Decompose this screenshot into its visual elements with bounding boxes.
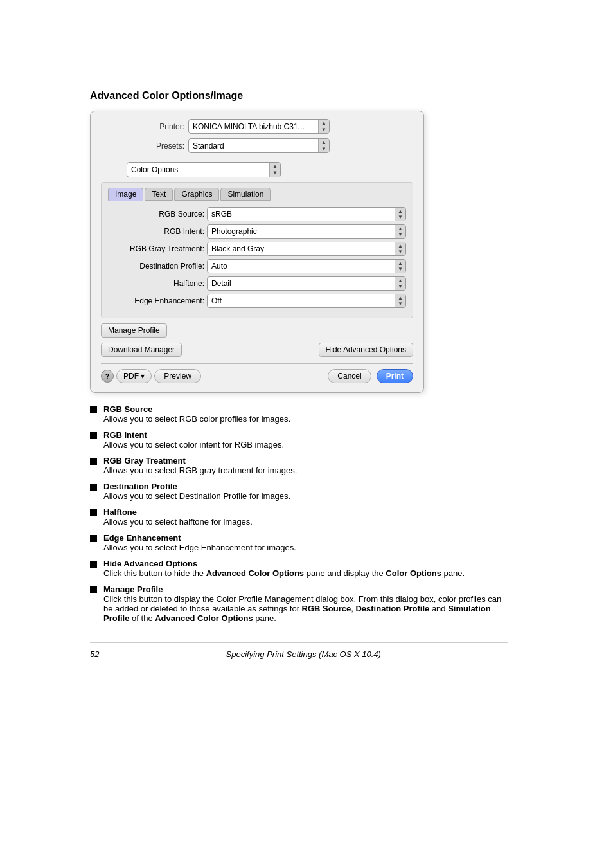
edge-enhancement-select[interactable]: Off ▲▼ <box>207 294 406 308</box>
panel-select[interactable]: Color Options ▲▼ <box>127 162 281 177</box>
rgb-gray-select[interactable]: Black and Gray ▲▼ <box>207 242 406 256</box>
desc-text: Allows you to select Edge Enhancement fo… <box>103 543 296 552</box>
rgb-source-arrows: ▲▼ <box>395 208 405 221</box>
bullet-icon <box>90 586 97 593</box>
desc-text: Allows you to select RGB color profiles … <box>103 414 290 424</box>
printer-row: Printer: KONICA MINOLTA bizhub C31... ▲▼ <box>101 119 413 134</box>
list-item: Destination Profile Allows you to select… <box>90 482 508 501</box>
printer-select[interactable]: KONICA MINOLTA bizhub C31... ▲▼ <box>188 119 330 134</box>
desc-content: RGB Intent Allows you to select color in… <box>103 430 284 449</box>
rgb-intent-select[interactable]: Photographic ▲▼ <box>207 224 406 239</box>
bullet-icon <box>90 561 97 568</box>
desc-text: Allows you to select Destination Profile… <box>103 491 290 501</box>
edge-enhancement-value: Off <box>208 295 395 307</box>
desc-title: RGB Gray Treatment <box>103 456 297 466</box>
list-item: Edge Enhancement Allows you to select Ed… <box>90 533 508 552</box>
halftone-row: Halftone: Detail ▲▼ <box>108 276 406 291</box>
footer-title: Specifying Print Settings (Mac OS X 10.4… <box>226 649 381 659</box>
halftone-select[interactable]: Detail ▲▼ <box>207 276 406 291</box>
desc-text: Click this button to display the Color P… <box>103 594 508 623</box>
desc-title: RGB Intent <box>103 430 284 440</box>
dest-profile-value: Auto <box>208 260 395 272</box>
rgb-intent-row: RGB Intent: Photographic ▲▼ <box>108 224 406 239</box>
rgb-gray-label: RGB Gray Treatment: <box>108 244 204 253</box>
tab-image[interactable]: Image <box>108 188 143 201</box>
rgb-source-select[interactable]: sRGB ▲▼ <box>207 207 406 221</box>
desc-content: Manage Profile Click this button to disp… <box>103 584 508 623</box>
bullet-icon <box>90 535 97 542</box>
preview-button[interactable]: Preview <box>154 369 201 383</box>
presets-stepper: ▲▼ <box>318 139 329 152</box>
bullet-icon <box>90 509 97 516</box>
desc-text: Allows you to select RGB gray treatment … <box>103 466 297 475</box>
profile-buttons-row: Manage Profile <box>101 323 413 338</box>
download-manager-button[interactable]: Download Manager <box>101 343 182 357</box>
halftone-value: Detail <box>208 278 395 289</box>
rgb-gray-row: RGB Gray Treatment: Black and Gray ▲▼ <box>108 242 406 256</box>
list-item: Manage Profile Click this button to disp… <box>90 584 508 623</box>
list-item: RGB Intent Allows you to select color in… <box>90 430 508 449</box>
page-number: 52 <box>90 649 99 659</box>
tabs-section: Image Text Graphics Simulation RGB Sourc… <box>101 182 413 318</box>
desc-title: Destination Profile <box>103 482 290 491</box>
print-button[interactable]: Print <box>377 369 413 383</box>
list-item: RGB Source Allows you to select RGB colo… <box>90 404 508 424</box>
desc-title: RGB Source <box>103 404 290 414</box>
desc-title: Halftone <box>103 507 253 517</box>
dest-profile-row: Destination Profile: Auto ▲▼ <box>108 259 406 273</box>
desc-content: Destination Profile Allows you to select… <box>103 482 290 501</box>
tab-simulation[interactable]: Simulation <box>220 188 271 201</box>
desc-content: Halftone Allows you to select halftone f… <box>103 507 253 527</box>
desc-title: Hide Advanced Options <box>103 559 465 568</box>
desc-title: Manage Profile <box>103 584 508 594</box>
dialog-action-row: ? PDF ▾ Preview Cancel Print <box>101 363 413 383</box>
action-right: Cancel Print <box>328 369 413 383</box>
rgb-intent-arrows: ▲▼ <box>395 225 405 238</box>
rgb-source-row: RGB Source: sRGB ▲▼ <box>108 207 406 221</box>
printer-value: KONICA MINOLTA bizhub C31... <box>189 121 318 132</box>
desc-text: Allows you to select halftone for images… <box>103 517 253 527</box>
pdf-button[interactable]: PDF ▾ <box>116 369 152 383</box>
panel-value: Color Options <box>127 164 269 176</box>
bullet-icon <box>90 458 97 465</box>
bullet-icon <box>90 484 97 491</box>
bullet-icon <box>90 432 97 439</box>
presets-row: Presets: Standard ▲▼ <box>101 138 413 153</box>
desc-title: Edge Enhancement <box>103 533 296 543</box>
desc-text: Allows you to select color intent for RG… <box>103 440 284 449</box>
hide-advanced-button[interactable]: Hide Advanced Options <box>319 343 413 357</box>
edge-enhancement-arrows: ▲▼ <box>395 294 405 307</box>
dest-profile-arrows: ▲▼ <box>395 260 405 273</box>
tab-text[interactable]: Text <box>145 188 173 201</box>
description-list: RGB Source Allows you to select RGB colo… <box>90 404 508 623</box>
cancel-button[interactable]: Cancel <box>328 369 371 383</box>
dest-profile-select[interactable]: Auto ▲▼ <box>207 259 406 273</box>
print-dialog: Printer: KONICA MINOLTA bizhub C31... ▲▼… <box>90 111 424 393</box>
bullet-icon <box>90 406 97 413</box>
rgb-gray-value: Black and Gray <box>208 243 395 255</box>
page-footer: 52 Specifying Print Settings (Mac OS X 1… <box>90 642 508 659</box>
printer-label: Printer: <box>101 122 184 131</box>
printer-stepper: ▲▼ <box>318 120 329 133</box>
rgb-gray-arrows: ▲▼ <box>395 242 405 255</box>
presets-select[interactable]: Standard ▲▼ <box>188 138 330 153</box>
separator <box>101 158 413 158</box>
panel-row: Color Options ▲▼ <box>127 162 413 177</box>
page-title: Advanced Color Options/Image <box>90 90 587 102</box>
dest-profile-label: Destination Profile: <box>108 262 204 271</box>
list-item: Hide Advanced Options Click this button … <box>90 559 508 578</box>
rgb-source-label: RGB Source: <box>108 210 204 219</box>
tab-graphics[interactable]: Graphics <box>174 188 219 201</box>
desc-content: RGB Gray Treatment Allows you to select … <box>103 456 297 475</box>
edge-enhancement-label: Edge Enhancement: <box>108 296 204 305</box>
desc-text: Click this button to hide the Advanced C… <box>103 568 465 578</box>
manager-buttons-row: Download Manager Hide Advanced Options <box>101 343 413 357</box>
desc-content: Edge Enhancement Allows you to select Ed… <box>103 533 296 552</box>
list-item: RGB Gray Treatment Allows you to select … <box>90 456 508 475</box>
halftone-label: Halftone: <box>108 279 204 288</box>
presets-label: Presets: <box>101 141 184 150</box>
help-button[interactable]: ? <box>101 370 114 383</box>
manage-profile-button[interactable]: Manage Profile <box>101 323 167 338</box>
edge-enhancement-row: Edge Enhancement: Off ▲▼ <box>108 294 406 308</box>
rgb-intent-value: Photographic <box>208 226 395 237</box>
